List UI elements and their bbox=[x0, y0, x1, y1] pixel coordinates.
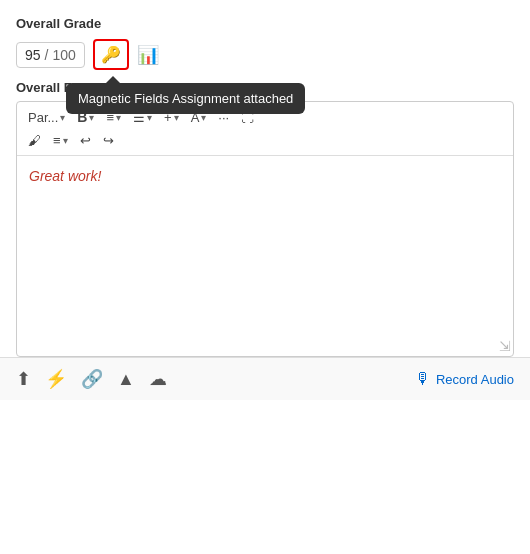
link-button[interactable]: 🔗 bbox=[81, 368, 103, 390]
bottom-icons: ⬆ ⚡ 🔗 ▲ ☁ bbox=[16, 368, 167, 390]
toolbar-row-2: 🖌 ≡ ▾ ↩ ↪ bbox=[23, 130, 507, 151]
microphone-icon: 🎙 bbox=[415, 370, 431, 388]
paragraph-chevron-icon: ▾ bbox=[60, 112, 65, 123]
resize-handle[interactable]: ⇲ bbox=[499, 338, 511, 354]
indent-icon: ≡ bbox=[53, 133, 61, 148]
editor-wrapper: Par... ▾ B ▾ ≡ ▾ ☰ ▾ + ▾ bbox=[16, 101, 514, 357]
fullscreen-button[interactable]: ⛶ bbox=[236, 107, 259, 128]
paragraph-style-button[interactable]: Par... ▾ bbox=[23, 107, 70, 128]
font-size-button[interactable]: A ▾ bbox=[186, 107, 212, 128]
record-audio-button[interactable]: 🎙 Record Audio bbox=[415, 370, 514, 388]
lightning-button[interactable]: ⚡ bbox=[45, 368, 67, 390]
editor-content: Great work! bbox=[29, 168, 501, 184]
link-icon: 🔗 bbox=[81, 368, 103, 390]
more-icon: ··· bbox=[218, 110, 229, 125]
insert-button[interactable]: + ▾ bbox=[159, 107, 184, 128]
overall-grade-label: Overall Grade bbox=[16, 16, 514, 31]
indent-button[interactable]: ≡ ▾ bbox=[48, 130, 73, 151]
font-size-chevron-icon: ▾ bbox=[201, 112, 206, 123]
bold-button[interactable]: B ▾ bbox=[72, 106, 99, 128]
paint-button[interactable]: 🖌 bbox=[23, 130, 46, 151]
align-chevron-icon: ▾ bbox=[116, 112, 121, 123]
bottom-toolbar: ⬆ ⚡ 🔗 ▲ ☁ 🎙 Record Audio bbox=[0, 357, 530, 400]
overall-feedback-label: Overall Feedback bbox=[16, 80, 514, 95]
editor-body[interactable]: Great work! ⇲ bbox=[17, 156, 513, 356]
redo-button[interactable]: ↪ bbox=[98, 130, 119, 151]
paragraph-style-label: Par... bbox=[28, 110, 58, 125]
undo-button[interactable]: ↩ bbox=[75, 130, 96, 151]
grade-input-wrapper: 95 / 100 bbox=[16, 42, 85, 68]
drive-icon: ▲ bbox=[117, 369, 135, 390]
align-icon: ≡ bbox=[106, 110, 114, 125]
drive-button[interactable]: ▲ bbox=[117, 369, 135, 390]
key-icon: 🔑 bbox=[101, 45, 121, 64]
cloud-icon: ☁ bbox=[149, 368, 167, 390]
toolbar-row-1: Par... ▾ B ▾ ≡ ▾ ☰ ▾ + ▾ bbox=[23, 106, 507, 128]
font-size-icon: A bbox=[191, 110, 200, 125]
record-audio-label: Record Audio bbox=[436, 372, 514, 387]
insert-icon: + bbox=[164, 110, 172, 125]
indent-chevron-icon: ▾ bbox=[63, 135, 68, 146]
insert-chevron-icon: ▾ bbox=[174, 112, 179, 123]
list-button[interactable]: ☰ ▾ bbox=[128, 107, 157, 128]
paint-icon: 🖌 bbox=[28, 133, 41, 148]
redo-icon: ↪ bbox=[103, 133, 114, 148]
undo-icon: ↩ bbox=[80, 133, 91, 148]
list-chevron-icon: ▾ bbox=[147, 112, 152, 123]
upload-button[interactable]: ⬆ bbox=[16, 368, 31, 390]
bar-chart-icon[interactable]: 📊 bbox=[137, 44, 159, 66]
bold-chevron-icon: ▾ bbox=[89, 112, 94, 123]
key-button[interactable]: 🔑 bbox=[93, 39, 129, 70]
grade-separator: / bbox=[45, 47, 49, 63]
grade-value: 95 bbox=[25, 47, 41, 63]
toolbar: Par... ▾ B ▾ ≡ ▾ ☰ ▾ + ▾ bbox=[17, 102, 513, 156]
lightning-icon: ⚡ bbox=[45, 368, 67, 390]
upload-icon: ⬆ bbox=[16, 368, 31, 390]
more-button[interactable]: ··· bbox=[213, 107, 234, 128]
list-icon: ☰ bbox=[133, 110, 145, 125]
cloud-button[interactable]: ☁ bbox=[149, 368, 167, 390]
fullscreen-icon: ⛶ bbox=[241, 110, 254, 125]
grade-total: 100 bbox=[52, 47, 75, 63]
bold-icon: B bbox=[77, 109, 87, 125]
grade-row: 95 / 100 🔑 📊 Magnetic Fields Assignment … bbox=[16, 39, 514, 70]
align-button[interactable]: ≡ ▾ bbox=[101, 107, 126, 128]
